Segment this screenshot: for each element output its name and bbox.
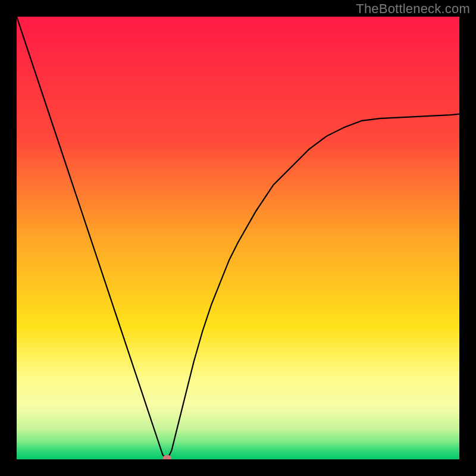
watermark-text: TheBottleneck.com (356, 1, 470, 17)
chart-area (17, 17, 459, 459)
minimum-marker (163, 455, 171, 459)
gradient-background (17, 17, 459, 459)
page-root: TheBottleneck.com (0, 0, 476, 476)
chart-svg (17, 17, 459, 459)
